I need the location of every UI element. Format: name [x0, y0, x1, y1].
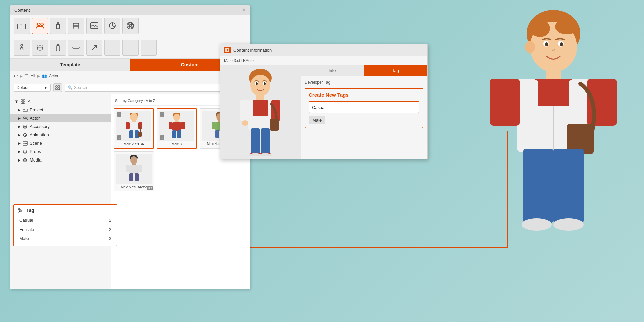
- nav-down-btn[interactable]: ↓: [117, 135, 121, 140]
- svg-rect-75: [181, 122, 185, 129]
- grid-item-male5[interactable]: Male 5.ctTBActor G3: [114, 151, 154, 191]
- tag-row-casual[interactable]: Casual 2: [18, 216, 113, 225]
- svg-point-62: [130, 113, 138, 121]
- svg-rect-14: [523, 149, 553, 223]
- grid-item-male2-thumb: ↑ ↓: [116, 111, 151, 141]
- nav-up-btn-3[interactable]: ↑: [160, 112, 164, 117]
- category-dropdown[interactable]: Default ▼: [14, 84, 51, 92]
- dialog-filename: Male 3.ctTBActor: [220, 56, 427, 65]
- dialog-tab-tag[interactable]: Tag: [364, 65, 427, 76]
- dialog-tabs: Info Tag: [301, 65, 427, 76]
- tag-male-count: 3: [109, 236, 111, 241]
- empty-btn-3[interactable]: [141, 40, 157, 56]
- tree-all-arrow: ▼: [14, 99, 19, 104]
- tree-props-label: Props: [30, 149, 41, 154]
- svg-rect-48: [21, 102, 23, 104]
- actor-icon-btn[interactable]: [32, 18, 48, 34]
- tag-header: Tag: [18, 208, 113, 213]
- pie-icon-btn[interactable]: [104, 18, 120, 34]
- grid-item-male3[interactable]: ↑ ↓ Male 3: [157, 108, 197, 149]
- tree-item-all[interactable]: ▼ All: [10, 97, 111, 106]
- dialog-tab-info[interactable]: Info: [301, 65, 364, 76]
- sort-label: Sort by Category : A to Z: [115, 99, 155, 103]
- reel-icon-btn[interactable]: [122, 18, 139, 34]
- nav-up-btn[interactable]: ↑: [117, 112, 121, 117]
- close-button[interactable]: ✕: [241, 7, 246, 13]
- tree-item-scene[interactable]: ▶ Scene: [10, 139, 111, 147]
- svg-rect-109: [270, 119, 279, 131]
- arrow-diag-icon-btn[interactable]: [86, 40, 102, 56]
- svg-point-53: [23, 125, 27, 128]
- grid-item-male2[interactable]: ↑ ↓: [114, 108, 154, 149]
- tree-item-actor[interactable]: ▶ Actor: [10, 114, 111, 122]
- empty-btn-1[interactable]: [104, 40, 120, 56]
- svg-line-41: [92, 45, 97, 50]
- tag-panel-title: Tag: [26, 208, 34, 213]
- svg-rect-93: [135, 173, 139, 181]
- minus-icon-btn[interactable]: [68, 40, 84, 56]
- tag-casual-count: 2: [109, 218, 111, 223]
- path-all[interactable]: All: [31, 74, 35, 78]
- scene-icon-btn[interactable]: [86, 18, 102, 34]
- svg-rect-76: [172, 130, 176, 138]
- tag-chip-male[interactable]: Male: [309, 116, 325, 124]
- dropdown-arrow: ▼: [44, 85, 48, 90]
- svg-rect-74: [169, 122, 173, 129]
- chair-icon-btn[interactable]: [68, 18, 84, 34]
- svg-rect-46: [21, 100, 23, 101]
- dialog-title-icon: [224, 47, 231, 53]
- nav-down-btn-3[interactable]: ↓: [160, 135, 164, 140]
- tab-template[interactable]: Template: [10, 59, 130, 71]
- svg-rect-47: [23, 100, 25, 101]
- svg-rect-91: [138, 165, 142, 172]
- svg-rect-77: [177, 130, 181, 138]
- tags-input[interactable]: [309, 101, 419, 113]
- tree-project-arrow: ▶: [18, 108, 21, 112]
- tag-row-female[interactable]: Female 2: [18, 225, 113, 234]
- tag-row-male[interactable]: Male 3: [18, 234, 113, 243]
- panel-title: Content: [14, 8, 30, 13]
- empty-btn-2[interactable]: [122, 40, 139, 56]
- svg-point-54: [24, 126, 26, 127]
- dialog-tab-content: Developer Tag : Create New Tags Male: [301, 76, 427, 132]
- tree-media-label: Media: [30, 157, 41, 163]
- svg-point-21: [37, 23, 40, 26]
- svg-point-4: [545, 42, 548, 46]
- svg-point-52: [25, 117, 27, 118]
- grid-item-male3-thumb: ↑ ↓: [159, 111, 194, 141]
- svg-rect-90: [126, 165, 130, 172]
- svg-rect-43: [58, 86, 60, 87]
- path-arrow: ▶: [20, 74, 23, 78]
- tree-item-project[interactable]: ▶ Project: [10, 106, 111, 114]
- svg-point-22: [41, 23, 43, 26]
- dialog-title-bar: Content Information: [220, 44, 427, 56]
- tag-casual-name: Casual: [19, 218, 33, 223]
- item-icon-btn[interactable]: [50, 40, 66, 56]
- tree-item-props[interactable]: ▶ Props: [10, 147, 111, 156]
- tree-actor-label: Actor: [30, 116, 40, 121]
- svg-rect-73: [172, 122, 181, 131]
- puppet-icon-btn[interactable]: [14, 40, 30, 56]
- tag-female-name: Female: [19, 227, 34, 232]
- svg-point-34: [131, 27, 133, 28]
- search-box[interactable]: 🔍 Search: [65, 84, 223, 92]
- controls-row: Default ▼ 🔍 Search: [10, 81, 250, 94]
- view-toggle-btn[interactable]: [53, 83, 62, 92]
- svg-point-101: [264, 82, 266, 85]
- pet-icon-btn[interactable]: [32, 40, 48, 56]
- panel-title-bar: Content ✕: [10, 5, 250, 15]
- tree-item-accessory[interactable]: ▶ Accessory: [10, 122, 111, 131]
- content-panel: Content ✕: [10, 5, 250, 289]
- tree-item-media[interactable]: ▶ Media: [10, 156, 111, 164]
- svg-point-18: [530, 20, 550, 37]
- content-info-dialog: Content Information Male 3.ctTBActor: [220, 44, 428, 159]
- tie-icon-btn[interactable]: [50, 18, 66, 34]
- tree-project-label: Project: [30, 107, 43, 112]
- back-button[interactable]: ↩: [14, 73, 18, 79]
- path-actor[interactable]: Actor: [49, 74, 58, 78]
- tabs-row: Template Custom: [10, 59, 250, 71]
- tree-item-animation[interactable]: ▶ Animation: [10, 131, 111, 139]
- folder-icon-btn[interactable]: [14, 18, 30, 34]
- grid-item-male5-thumb: [116, 154, 152, 184]
- svg-point-6: [525, 41, 535, 53]
